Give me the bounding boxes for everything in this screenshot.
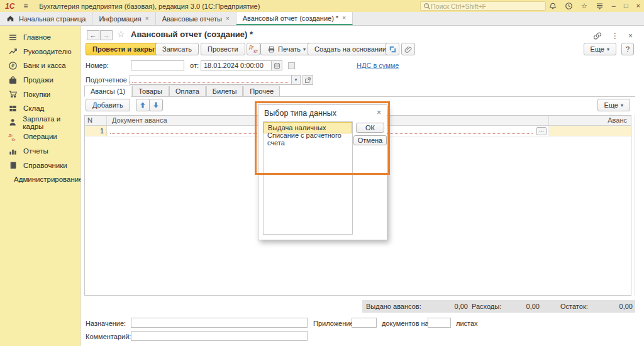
notifications-bell-icon[interactable] [549, 2, 557, 10]
sidebar-item-salary-hr[interactable]: Зарплата и кадры [0, 116, 80, 130]
create-based-on-button[interactable]: Создать на основании ▾ [308, 43, 398, 55]
kt-label: Кт [253, 49, 258, 53]
button-label: Создать на основании [314, 45, 386, 53]
warehouse-grid-icon [8, 104, 18, 113]
button-label: Провести [208, 45, 238, 53]
sidebar-item-sales[interactable]: Продажи [0, 73, 80, 87]
tab-other[interactable]: Прочее [243, 86, 280, 96]
title-bar: 1С ≡ Бухгалтерия предприятия (базовая), … [0, 0, 644, 12]
sidebar-item-main[interactable]: Главное [0, 30, 80, 45]
calendar-picker-button[interactable] [271, 60, 282, 70]
1c-logo-icon: 1С [5, 2, 14, 11]
cart-icon [8, 89, 18, 99]
tab-goods[interactable]: Товары [132, 86, 169, 96]
sidebar-item-operations[interactable]: ДтКт Операции [0, 130, 80, 144]
toolbar-more-button[interactable]: Еще ▾ [584, 43, 616, 55]
sidebar-item-directories[interactable]: Справочники [0, 158, 80, 172]
print-button[interactable]: Печать ▾ [260, 43, 313, 55]
edo-exchange-button[interactable] [386, 43, 399, 55]
required-field-underline [132, 82, 289, 83]
list-more-button[interactable]: Еще ▾ [597, 99, 630, 111]
service-menu-icon[interactable] [596, 2, 604, 10]
button-label: Еще [591, 45, 604, 53]
issued-label: Выдано авансов: [366, 303, 421, 310]
list-item-account-writeoff[interactable]: Списание с расчетного счета [264, 133, 352, 145]
vat-in-sum-link[interactable]: НДС в сумме [357, 62, 399, 69]
date-input[interactable]: 18.01.2024 0:00:00 [201, 60, 272, 70]
search-input[interactable] [431, 3, 538, 10]
tab-close-icon[interactable]: × [145, 15, 149, 22]
sidebar-label: Администрирование [14, 176, 83, 183]
tab-home[interactable]: Начальная страница [0, 12, 92, 25]
accountable-person-input[interactable] [130, 75, 292, 85]
remainder-value: 0,00 [582, 303, 633, 310]
sidebar-item-bank-cash[interactable]: ₽ Банк и касса [0, 59, 80, 73]
nav-back-button[interactable]: ← [87, 30, 99, 40]
column-header-advance[interactable]: Аванс [549, 116, 631, 125]
global-search[interactable] [420, 1, 546, 11]
window-title: Бухгалтерия предприятия (базовая), редак… [39, 3, 260, 10]
comment-input[interactable] [131, 331, 308, 341]
tab-label: Прочее [250, 87, 274, 95]
attachments-button[interactable] [401, 43, 415, 55]
attachment-docs-input[interactable] [352, 318, 377, 328]
move-up-button[interactable] [136, 99, 150, 111]
close-window-icon[interactable]: × [636, 0, 640, 12]
sidebar-label: Зарплата и кадры [23, 115, 80, 130]
help-button[interactable]: ? [621, 43, 634, 55]
tab-payment[interactable]: Оплата [169, 86, 206, 96]
add-row-button[interactable]: Добавить [86, 99, 130, 111]
more-dots-icon[interactable]: ⋮ [611, 31, 619, 40]
favorites-star-icon[interactable]: ☆ [581, 0, 587, 12]
dt-kt-postings-button[interactable]: Дт Кт [247, 43, 260, 55]
column-header-n[interactable]: N [85, 116, 107, 125]
date-option-checkbox [288, 62, 295, 69]
data-type-list: Выдача наличных Списание с расчетного сч… [263, 121, 353, 235]
tab-advance-report-new[interactable]: Авансовый отчет (создание) * × [236, 12, 353, 25]
sidebar-item-warehouse[interactable]: Склад [0, 101, 80, 116]
nav-forward-button[interactable]: → [100, 30, 113, 40]
issued-value: 0,00 [424, 303, 468, 310]
tab-close-icon[interactable]: × [226, 15, 230, 22]
history-clock-icon[interactable] [565, 2, 573, 10]
write-button[interactable]: Записать [155, 43, 199, 55]
sidebar-item-manager[interactable]: Руководителю [0, 45, 80, 59]
sidebar-item-purchases[interactable]: Покупки [0, 87, 80, 101]
person-open-button[interactable] [303, 75, 313, 85]
restore-icon[interactable]: □ [624, 0, 628, 12]
tab-close-icon[interactable]: × [342, 14, 346, 21]
dialog-close-icon[interactable]: × [377, 108, 381, 117]
get-link-icon[interactable] [593, 31, 602, 40]
favorite-star-icon[interactable]: ☆ [117, 29, 125, 39]
bank-ruble-icon: ₽ [8, 61, 18, 70]
minimize-icon[interactable]: – [612, 0, 616, 12]
date-value: 18.01.2024 0:00:00 [204, 62, 264, 69]
cancel-button[interactable]: Отмена [353, 135, 387, 145]
sidebar-label: Покупки [23, 91, 50, 98]
tab-advance-reports[interactable]: Авансовые отчеты × [156, 12, 236, 25]
comment-label: Комментарий: [86, 333, 131, 340]
move-down-button[interactable] [149, 99, 163, 111]
close-form-icon[interactable]: × [628, 31, 633, 40]
tab-label: Авансовые отчеты [162, 15, 222, 23]
purpose-input[interactable] [131, 318, 308, 328]
titlebar-icons: ☆ – □ × [549, 0, 640, 12]
post-button[interactable]: Провести [201, 43, 245, 55]
sidebar-label: Операции [23, 133, 57, 140]
docs-on-label: документов на [382, 320, 429, 327]
main-menu-icon[interactable]: ≡ [23, 2, 28, 11]
person-dropdown-button[interactable]: ▾ [291, 75, 301, 85]
table-right-border [635, 115, 635, 296]
sidebar-item-reports[interactable]: Отчеты [0, 144, 80, 159]
edo-exchange-icon [389, 45, 397, 53]
ok-button[interactable]: ОК [356, 123, 384, 133]
advance-cell[interactable] [549, 126, 631, 136]
number-input[interactable] [131, 60, 184, 70]
tab-information[interactable]: Информация × [92, 12, 155, 25]
tab-tickets[interactable]: Билеты [206, 86, 243, 96]
sidebar-label: Справочники [23, 162, 67, 169]
sheets-count-input[interactable] [428, 318, 451, 328]
sidebar-item-administration[interactable]: Администрирование [0, 172, 80, 187]
tab-advances[interactable]: Авансы (1) [84, 86, 131, 97]
choose-value-button[interactable]: ... [536, 127, 547, 135]
